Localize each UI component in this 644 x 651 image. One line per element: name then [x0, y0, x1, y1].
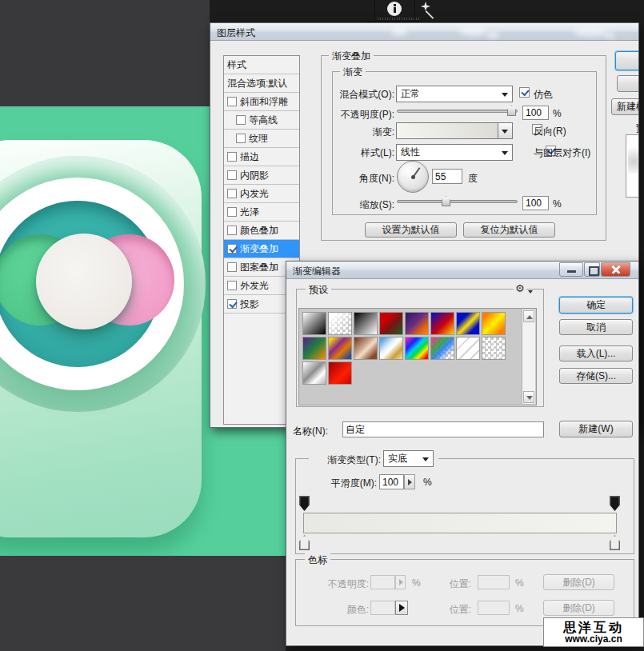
sidebar-item-6[interactable]: 光泽 [224, 203, 299, 222]
sidebar-item-checkbox[interactable] [227, 97, 237, 106]
angle-dial[interactable] [397, 161, 429, 193]
new-style-button[interactable]: 新建样 [611, 98, 639, 115]
gradient-type-select[interactable]: 实底 [383, 450, 434, 467]
preset-swatch-silver[interactable] [302, 361, 326, 385]
watermark: 思洋互动 www.ciya.cn [543, 617, 644, 647]
preset-swatch-red-fade[interactable] [328, 361, 352, 385]
scroll-down-button[interactable] [523, 391, 534, 403]
style-preview-thumbnail [626, 134, 639, 198]
style-select[interactable]: 线性 [396, 144, 513, 161]
preset-swatch-copper[interactable] [354, 337, 378, 360]
opacity-slider[interactable] [397, 103, 518, 119]
sidebar-item-3[interactable]: 描边 [224, 148, 299, 166]
sidebar-item-checkbox[interactable] [227, 299, 237, 309]
stop-location-label2: 位置: [443, 603, 471, 617]
opacity-slider-thumb[interactable] [507, 106, 516, 116]
preset-swatch-violet-to-orange[interactable] [405, 312, 429, 335]
preset-swatch-orange-yellow-orange[interactable] [482, 312, 506, 335]
preset-swatch-violet-green-orange[interactable] [302, 337, 326, 360]
save-button[interactable]: 存储(S)... [559, 368, 633, 384]
sidebar-item-checkbox[interactable] [227, 281, 237, 290]
stop-color-swatch[interactable] [370, 601, 395, 615]
sidebar-item-7[interactable]: 颜色叠加 [224, 222, 299, 240]
preset-swatch-transparent-stripes[interactable] [456, 337, 480, 360]
presets-title: 预设 [306, 283, 331, 297]
scale-label: 缩放(S): [330, 198, 394, 212]
scale-slider-thumb[interactable] [442, 196, 450, 206]
preset-swatch-blue-red-yellow[interactable] [430, 312, 454, 335]
sidebar-item-checkbox[interactable] [227, 152, 237, 162]
preset-swatch-transparent-rainbow[interactable] [430, 337, 454, 360]
cancel-button[interactable]: 取消 [559, 319, 633, 335]
layer-style-titlebar[interactable]: 图层样式 [210, 23, 638, 41]
preset-swatch-chrome[interactable] [379, 337, 403, 360]
sidebar-item-styles[interactable]: 样式 [224, 56, 299, 74]
sidebar-item-checkbox[interactable] [227, 262, 237, 272]
blend-mode-select[interactable]: 正常 [396, 86, 513, 102]
sidebar-item-blending-options[interactable]: 混合选项:默认 [224, 74, 299, 93]
sidebar-item-checkbox[interactable] [227, 244, 237, 254]
name-field[interactable]: 自定 [342, 421, 544, 437]
stop-opacity-field[interactable] [370, 575, 395, 589]
delete-opacity-stop-button[interactable]: 删除(D) [543, 574, 614, 590]
load-button[interactable]: 载入(L)... [559, 345, 633, 361]
presets-scrollbar[interactable] [522, 310, 535, 404]
preset-swatch-spectrum[interactable] [405, 337, 429, 360]
preset-swatch-foreground-to-background[interactable] [302, 312, 326, 335]
sidebar-item-0[interactable]: 斜面和浮雕 [224, 93, 299, 111]
stop-opacity-spinner[interactable] [395, 575, 406, 589]
cancel-button-clipped[interactable] [617, 75, 639, 92]
ok-button[interactable]: 确定 [559, 297, 633, 314]
wand-handle [426, 10, 434, 19]
preset-swatch-blue-yellow-blue[interactable] [456, 312, 480, 335]
sidebar-item-checkbox[interactable] [236, 115, 246, 125]
gradient-dropdown-button[interactable] [498, 122, 513, 139]
scale-slider[interactable] [397, 194, 518, 210]
smoothness-spinner[interactable] [404, 474, 415, 489]
preset-swatch-black-to-white[interactable] [354, 312, 378, 335]
gradient-editor-titlebar[interactable]: 渐变编辑器 [286, 262, 638, 279]
sidebar-item-5[interactable]: 内发光 [224, 185, 299, 203]
dither-checkbox[interactable] [519, 87, 530, 98]
preset-swatch-red-to-green[interactable] [379, 312, 403, 335]
opacity-value-field[interactable]: 100 [522, 106, 549, 120]
sidebar-item-1[interactable]: 等高线 [224, 111, 299, 130]
sidebar-item-checkbox[interactable] [227, 207, 237, 217]
sidebar-item-checkbox[interactable] [227, 226, 237, 235]
angle-value-field[interactable]: 55 [432, 169, 462, 184]
gear-icon[interactable]: ⚙ [514, 283, 526, 294]
sidebar-item-2[interactable]: 纹理 [224, 130, 299, 148]
preset-swatch-yellow-violet-orange-blue[interactable] [328, 337, 352, 360]
smoothness-field[interactable]: 100 [379, 474, 404, 489]
preset-swatch-foreground-to-transparent[interactable] [328, 312, 352, 335]
sidebar-item-8[interactable]: 渐变叠加 [224, 240, 299, 258]
ok-button-clipped[interactable] [615, 51, 639, 70]
gradient-bar[interactable] [303, 513, 617, 533]
delete-label: 删除(D) [562, 576, 595, 589]
preset-swatch-area [298, 308, 537, 405]
sidebar-item-checkbox[interactable] [236, 134, 246, 143]
sidebar-item-checkbox[interactable] [227, 189, 237, 198]
magic-wand-icon[interactable] [419, 2, 438, 21]
sidebar-item-checkbox[interactable] [227, 170, 237, 180]
sidebar-item-4[interactable]: 内阴影 [224, 166, 299, 185]
info-panel-icon[interactable] [387, 2, 402, 16]
maximize-button[interactable] [584, 262, 600, 277]
new-button[interactable]: 新建(W) [559, 421, 633, 437]
new-label: 新建(W) [578, 422, 613, 436]
set-default-button[interactable]: 设置为默认值 [365, 222, 457, 238]
scroll-up-button[interactable] [523, 310, 534, 322]
close-button[interactable] [601, 262, 630, 277]
minimize-button[interactable] [559, 262, 583, 277]
stop-color-menu-button[interactable] [395, 601, 408, 615]
stop-location-field[interactable] [478, 575, 510, 589]
delete-color-stop-button[interactable]: 删除(D) [543, 600, 614, 616]
sidebar-item-label: 光泽 [240, 206, 259, 219]
preset-swatch-neutral-transparent[interactable] [482, 337, 506, 360]
blurred-titlebar-item [574, 27, 607, 37]
scale-value-field[interactable]: 100 [522, 196, 549, 210]
stop-location-field2[interactable] [478, 601, 510, 615]
gradient-preview[interactable] [396, 122, 498, 139]
layer-style-title: 图层样式 [217, 26, 255, 40]
reset-default-button[interactable]: 复位为默认值 [463, 222, 555, 238]
